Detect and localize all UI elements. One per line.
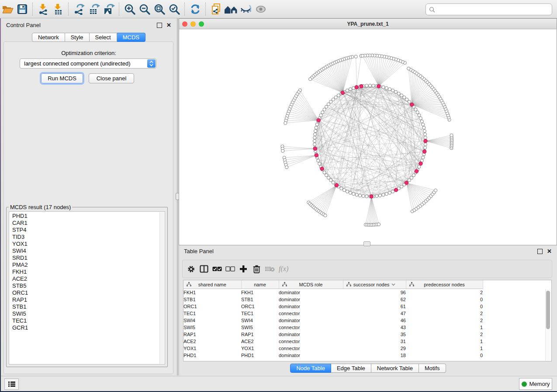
zoom-selected-icon[interactable]	[167, 2, 182, 16]
network-node[interactable]	[408, 100, 411, 103]
close-panel-button[interactable]: Close panel	[89, 73, 134, 83]
network-node[interactable]	[323, 108, 326, 111]
mcds-result-item[interactable]: ORC1	[12, 289, 165, 296]
table-row-TEC1[interactable]: TEC1TEC1connector472	[183, 310, 551, 317]
network-node[interactable]	[314, 130, 317, 133]
cell[interactable]: connector	[279, 338, 343, 345]
network-node[interactable]	[324, 214, 327, 217]
network-node[interactable]	[382, 86, 385, 89]
table-row-SWI5[interactable]: SWI5SWI5connector431	[183, 324, 551, 331]
network-node[interactable]	[329, 179, 332, 182]
network-node[interactable]	[407, 67, 410, 70]
export-table-icon[interactable]	[86, 2, 101, 16]
network-node[interactable]	[318, 162, 321, 165]
cell[interactable]: 2	[406, 331, 483, 338]
network-from-selection-icon[interactable]	[209, 2, 224, 16]
mcds-node[interactable]	[335, 183, 338, 187]
network-node[interactable]	[382, 193, 385, 196]
network-node[interactable]	[313, 143, 316, 146]
mcds-result-item[interactable]: STB1	[12, 303, 165, 310]
float-panel-icon[interactable]	[157, 23, 162, 28]
network-node[interactable]	[337, 94, 340, 97]
network-node[interactable]	[412, 174, 415, 177]
network-node[interactable]	[313, 139, 316, 142]
cell[interactable]: 1	[406, 345, 483, 352]
network-node[interactable]	[372, 84, 375, 87]
table-row-RAP1[interactable]: RAP1RAP1dominator352	[183, 331, 551, 338]
network-node[interactable]	[368, 84, 371, 87]
cell[interactable]: RAP1	[241, 331, 279, 338]
network-node[interactable]	[325, 174, 328, 177]
zoom-fit-icon[interactable]	[152, 2, 167, 16]
cell[interactable]: 46	[343, 317, 406, 324]
refresh-icon[interactable]	[188, 2, 203, 16]
cell[interactable]: ORC1	[183, 303, 241, 310]
network-node[interactable]	[354, 55, 357, 58]
first-neighbors-icon[interactable]	[224, 2, 239, 16]
table-row-PHD1[interactable]: PHD1PHD1dominator180	[183, 352, 551, 359]
tab-node-table[interactable]: Node Table	[290, 364, 331, 373]
network-node[interactable]	[325, 105, 328, 108]
cell[interactable]: RAP1	[183, 331, 241, 338]
table-row-ACE2[interactable]: ACE2ACE2connector311	[183, 338, 551, 345]
cell[interactable]: 2	[406, 289, 483, 296]
cell[interactable]: 62	[343, 296, 406, 303]
mcds-result-item[interactable]: SRD1	[12, 254, 165, 261]
network-node[interactable]	[313, 136, 316, 139]
cell[interactable]: FKH1	[241, 289, 279, 296]
mcds-result-list[interactable]: PHD1CAR1STP4TID3YOX1SWI4SRD1PMA2FKH1ACE2…	[9, 211, 165, 364]
network-node[interactable]	[285, 166, 288, 169]
network-node[interactable]	[332, 98, 335, 101]
network-node[interactable]	[416, 111, 419, 114]
network-node[interactable]	[343, 189, 346, 192]
cell[interactable]: 47	[343, 310, 406, 317]
cell[interactable]: dominator	[279, 289, 343, 296]
mcds-node[interactable]	[320, 167, 324, 170]
network-node[interactable]	[388, 88, 391, 91]
network-node[interactable]	[422, 156, 425, 159]
network-node[interactable]	[385, 193, 388, 196]
mcds-result-item[interactable]: FKH1	[12, 268, 165, 275]
close-panel-icon[interactable]: ✕	[166, 23, 171, 28]
tab-motifs[interactable]: Motifs	[419, 364, 446, 373]
network-node[interactable]	[400, 185, 403, 188]
network-node[interactable]	[400, 94, 403, 97]
cell[interactable]: SWI4	[183, 317, 241, 324]
cell[interactable]: YOX1	[183, 345, 241, 352]
network-node[interactable]	[418, 165, 421, 168]
network-node[interactable]	[423, 130, 426, 133]
cell[interactable]: dominator	[279, 352, 343, 359]
tab-select[interactable]: Select	[90, 33, 117, 42]
mcds-result-item[interactable]: SWI5	[12, 310, 165, 317]
network-node[interactable]	[361, 54, 364, 57]
cell[interactable]: connector	[279, 345, 343, 352]
column-header-shared-name[interactable]: shared name	[183, 280, 241, 289]
table-row-ORC1[interactable]: ORC1ORC1dominator610	[183, 303, 551, 310]
network-node[interactable]	[329, 100, 332, 103]
cell[interactable]: TEC1	[241, 310, 279, 317]
show-columns-icon[interactable]	[198, 263, 210, 275]
mcds-result-item[interactable]: TID3	[12, 234, 165, 241]
cell[interactable]: SWI5	[241, 324, 279, 331]
mcds-node[interactable]	[360, 84, 363, 88]
cell[interactable]: dominator	[279, 303, 343, 310]
memory-button[interactable]: Memory	[519, 378, 552, 390]
network-node[interactable]	[394, 90, 397, 93]
close-panel-icon[interactable]: ✕	[547, 249, 552, 254]
network-node[interactable]	[332, 181, 335, 184]
mcds-result-item[interactable]: GCR1	[12, 324, 165, 331]
tab-network-table[interactable]: Network Table	[371, 364, 419, 373]
import-network-icon[interactable]	[36, 2, 51, 16]
cell[interactable]: ORC1	[241, 303, 279, 310]
network-node[interactable]	[315, 123, 318, 126]
mcds-node[interactable]	[415, 169, 418, 173]
network-node[interactable]	[309, 78, 312, 81]
network-node[interactable]	[405, 98, 408, 101]
network-node[interactable]	[375, 194, 378, 197]
table-row-FKH1[interactable]: FKH1FKH1dominator962	[183, 289, 551, 296]
mcds-result-item[interactable]: PMA2	[12, 261, 165, 268]
table-row-YOX1[interactable]: YOX1YOX1connector291	[183, 345, 551, 352]
zoom-out-icon[interactable]	[137, 2, 152, 16]
cell[interactable]: 18	[343, 352, 406, 359]
network-node[interactable]	[422, 123, 425, 126]
